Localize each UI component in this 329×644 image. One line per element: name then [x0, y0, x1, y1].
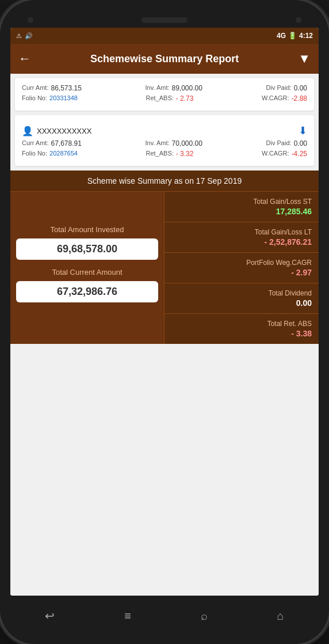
card2-folio-value[interactable]: 20287654 [49, 150, 78, 158]
nav-back-button[interactable]: ↩ [36, 604, 64, 627]
summary-table: Total Amount Invested 69,68,578.00 Total… [10, 191, 319, 344]
download-button[interactable]: ⬇ [299, 124, 307, 137]
summary-label-4: Total Ret. ABS [171, 320, 312, 328]
card2-wcagr-value: -4.25 [292, 150, 307, 158]
user-icon: 👤 [22, 126, 33, 137]
card2-retabs-label: Ret_ABS: [146, 150, 173, 158]
invested-label: Total Amount Invested [51, 225, 124, 234]
nav-menu-button[interactable]: ≡ [115, 605, 140, 627]
status-bar: ⚠ 🔊 4G 🔋 4:12 [10, 28, 319, 44]
network-indicator: 4G [277, 32, 286, 40]
speaker-grill [141, 17, 188, 23]
phone-frame: ⚠ 🔊 4G 🔋 4:12 ← Schemewise Summary Repor… [0, 0, 329, 644]
page-title: Schemewise Summary Report [38, 53, 291, 65]
card2-header-row: 👤 XXXXXXXXXXX ⬇ [22, 121, 307, 139]
status-left-icons: ⚠ 🔊 [16, 32, 33, 40]
card2-folio-label: Folio No: [22, 150, 47, 158]
filter-button[interactable]: ▼ [298, 51, 311, 66]
card2-curr-value: 67,678.91 [51, 139, 81, 147]
summary-value-0: 17,285.46 [171, 207, 312, 216]
card1-folio-label: Folio No: [22, 94, 47, 103]
phone-top-bar [10, 17, 319, 23]
card2-inv-value: 70,000.00 [172, 139, 202, 147]
card1-folio-value[interactable]: 20331348 [49, 94, 78, 103]
summary-cell-4: Total Ret. ABS - 3.38 [164, 314, 319, 344]
summary-cell-1: Total Gain/Loss LT - 2,52,876.21 [164, 222, 319, 253]
summary-label-2: PortFolio Weg.CAGR [171, 259, 312, 267]
card1-curr-value: 86,573.15 [51, 84, 81, 92]
card2-scheme-name: XXXXXXXXXXX [37, 127, 91, 135]
camera-dot [28, 17, 33, 23]
card2-div-label: Div Paid: [266, 139, 292, 147]
summary-cell-2: PortFolio Weg.CAGR - 2.97 [164, 253, 319, 283]
card2-wcagr-label: W.CAGR: [262, 150, 289, 158]
summary-header: Scheme wise Summary as on 17 Sep 2019 [10, 171, 319, 191]
card2-retabs-value: - 3.32 [176, 150, 194, 158]
summary-value-3: 0.00 [171, 298, 312, 308]
invested-value: 69,68,578.00 [16, 238, 158, 260]
card2-curr-label: Curr Amt: [22, 139, 48, 147]
card1-div-label: Div Paid: [266, 84, 292, 92]
status-right-info: 4G 🔋 4:12 [277, 32, 313, 40]
card1-wcagr-label: W.CAGR: [262, 94, 289, 103]
card2-inv-label: Inv. Amt: [146, 139, 170, 147]
scheme-card-2: 👤 XXXXXXXXXXX ⬇ Curr Amt: 67,678.91 Inv.… [15, 115, 314, 166]
card1-div-value: 0.00 [294, 84, 307, 92]
back-button[interactable]: ← [18, 51, 31, 66]
nav-home-button[interactable]: ⌂ [267, 605, 293, 627]
card1-row2: Folio No: 20331348 Ret_ABS: - 2.73 W.CAG… [22, 94, 307, 103]
summary-label-3: Total Dividend [171, 289, 312, 297]
app-header: ← Schemewise Summary Report ▼ [10, 44, 319, 74]
current-value: 67,32,986.76 [16, 281, 158, 302]
summary-cell-0: Total Gain/Loss ST 17,285.46 [164, 192, 319, 222]
summary-left-column: Total Amount Invested 69,68,578.00 Total… [10, 192, 164, 344]
summary-value-4: - 3.38 [171, 329, 312, 338]
summary-right-column: Total Gain/Loss ST 17,285.46 Total Gain/… [164, 192, 319, 344]
content-area: Curr Amt: 86,573.15 Inv. Amt: 89,000.00 … [10, 74, 319, 596]
summary-label-1: Total Gain/Loss LT [171, 228, 312, 236]
battery-icon: 🔋 [288, 32, 297, 40]
card1-curr-label: Curr Amt: [22, 84, 48, 92]
audio-icon: 🔊 [25, 32, 33, 40]
card1-inv-value: 89,000.00 [172, 84, 202, 92]
card1-row1: Curr Amt: 86,573.15 Inv. Amt: 89,000.00 … [22, 84, 307, 92]
card1-retabs-label: Ret_ABS: [146, 94, 173, 103]
summary-label-0: Total Gain/Loss ST [171, 198, 312, 206]
summary-section: Scheme wise Summary as on 17 Sep 2019 To… [10, 171, 319, 344]
card2-row2: Folio No: 20287654 Ret_ABS: - 3.32 W.CAG… [22, 150, 307, 158]
warning-icon: ⚠ [16, 32, 22, 40]
card1-inv-label: Inv. Amt: [146, 84, 170, 92]
status-time: 4:12 [299, 32, 313, 40]
card1-retabs-value: - 2.73 [176, 94, 194, 103]
card2-name-row: 👤 XXXXXXXXXXX [22, 126, 91, 137]
card1-wcagr-value: -2.88 [292, 94, 307, 103]
summary-cell-3: Total Dividend 0.00 [164, 283, 319, 314]
bottom-navigation: ↩ ≡ ⌕ ⌂ [10, 599, 319, 632]
camera-dot-right [296, 17, 301, 23]
nav-search-button[interactable]: ⌕ [192, 605, 217, 627]
card2-div-value: 0.00 [294, 139, 307, 147]
summary-value-2: - 2.97 [171, 268, 312, 277]
screen: ⚠ 🔊 4G 🔋 4:12 ← Schemewise Summary Repor… [10, 28, 319, 596]
current-label: Total Current Amount [52, 268, 122, 276]
scheme-card-1: Curr Amt: 86,573.15 Inv. Amt: 89,000.00 … [15, 78, 314, 111]
summary-value-1: - 2,52,876.21 [171, 237, 312, 247]
card2-row1: Curr Amt: 67,678.91 Inv. Amt: 70,000.00 … [22, 139, 307, 147]
